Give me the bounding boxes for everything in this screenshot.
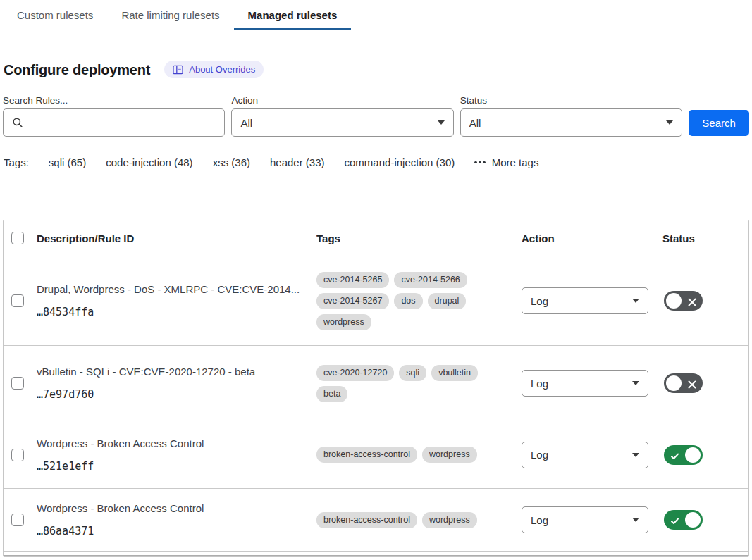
rule-description: Wordpress - Broken Access Control [37,502,305,514]
tag-chip: cve-2014-5267 [316,293,389,309]
table-row: Wordpress - Broken Access Control …521e1… [4,421,748,489]
tag-chip: drupal [428,293,467,309]
row-checkbox[interactable] [11,377,24,390]
rule-action-select[interactable]: Log [522,506,648,533]
rule-action-value: Log [531,449,548,461]
toggle-knob [666,375,682,391]
check-icon [670,451,679,463]
tag-chip: beta [316,386,347,402]
search-button[interactable]: Search [689,110,749,136]
tab-custom-rulesets[interactable]: Custom rulesets [3,0,107,30]
tag-filter-xss[interactable]: xss (36) [213,156,250,168]
rule-action-value: Log [531,514,548,526]
tag-chip: broken-access-control [316,447,417,463]
tag-chip: broken-access-control [316,512,417,528]
rule-action-select[interactable]: Log [522,370,648,397]
tag-filter-command-injection[interactable]: command-injection (30) [345,156,455,168]
status-filter-select[interactable]: All [460,108,682,137]
toggle-knob [685,512,701,528]
column-header-status: Status [662,232,748,244]
status-filter-label: Status [460,95,682,106]
tag-chip: dos [394,293,422,309]
search-rules-label: Search Rules... [3,95,225,106]
rule-id: …86aa4371 [37,525,305,537]
tag-chip: wordpress [422,512,477,528]
chevron-down-icon [632,381,639,385]
tag-chip: cve-2020-12720 [316,365,394,381]
tag-chip: wordpress [316,314,371,330]
chevron-down-icon [632,518,639,522]
search-rules-input[interactable] [30,117,216,129]
about-overrides-link[interactable]: About Overrides [164,61,264,78]
tag-chip: cve-2014-5266 [394,272,467,288]
more-tags-label: More tags [492,156,539,168]
tag-filter-code-injection[interactable]: code-injection (48) [106,156,192,168]
table-row: Wordpress - Broken Access Control …86aa4… [4,489,748,552]
column-header-tags: Tags [316,232,522,244]
chevron-down-icon [632,299,639,303]
row-checkbox[interactable] [11,449,24,461]
tab-managed-rulesets[interactable]: Managed rulesets [234,0,352,30]
tag-filter-header[interactable]: header (33) [270,156,325,168]
search-rules-inputbox [3,108,225,137]
tag-chip: cve-2014-5265 [316,272,389,288]
ruleset-tabs: Custom rulesets Rate limiting rulesets M… [0,0,752,30]
row-checkbox[interactable] [11,294,24,307]
rule-description: vBulletin - SQLi - CVE:CVE-2020-12720 - … [37,366,305,378]
rule-status-toggle[interactable] [664,291,703,311]
rule-id: …7e97d760 [37,388,305,401]
rule-action-select[interactable]: Log [522,287,648,314]
page-title: Configure deployment [4,61,150,78]
x-icon [688,379,696,392]
rule-action-value: Log [531,295,548,307]
tag-chip: wordpress [422,447,477,463]
rule-tags: broken-access-control wordpress [316,447,518,463]
table-footer-divider [4,555,748,556]
toggle-knob [685,447,701,463]
table-header-row: Description/Rule ID Tags Action Status [4,220,748,256]
x-icon [688,297,696,309]
rule-action-select[interactable]: Log [522,442,648,468]
rule-description: Wordpress - Broken Access Control [37,437,305,449]
ellipsis-icon [474,161,486,164]
check-icon [670,516,679,528]
table-row: Drupal, Wordpress - DoS - XMLRPC - CVE:C… [4,256,748,346]
tags-bar: Tags: sqli (65) code-injection (48) xss … [4,156,749,168]
rule-id: …521e1eff [37,460,305,473]
rule-status-toggle[interactable] [664,373,703,393]
rule-tags: cve-2020-12720 sqli vbulletin beta [316,365,518,402]
rule-action-value: Log [531,378,548,390]
book-icon [173,65,183,75]
rule-status-toggle[interactable] [664,510,703,530]
action-filter-label: Action [231,95,453,106]
status-filter-value: All [469,117,481,129]
heading-row: Configure deployment About Overrides [4,61,749,78]
rule-id: …84534ffa [37,306,305,318]
table-row: vBulletin - SQLi - CVE:CVE-2020-12720 - … [4,346,748,421]
rule-status-toggle[interactable] [664,445,703,465]
row-checkbox[interactable] [11,514,24,526]
filters-row: Search Rules... Action All Status [3,95,749,137]
rule-tags: cve-2014-5265 cve-2014-5266 cve-2014-526… [316,272,518,330]
tag-chip: vbulletin [431,365,478,381]
chevron-down-icon [438,120,445,125]
chevron-down-icon [632,453,639,457]
toggle-knob [666,293,682,309]
select-all-checkbox[interactable] [11,232,24,244]
search-icon [12,117,23,128]
tab-rate-limiting-rulesets[interactable]: Rate limiting rulesets [107,0,233,30]
column-header-action: Action [522,232,662,244]
about-overrides-label: About Overrides [189,64,255,75]
column-header-description: Description/Rule ID [37,232,316,244]
rule-tags: broken-access-control wordpress [316,512,518,528]
more-tags-button[interactable]: More tags [474,156,538,168]
tag-chip: sqli [399,365,426,381]
tag-filter-sqli[interactable]: sqli (65) [49,156,86,168]
rule-description: Drupal, Wordpress - DoS - XMLRPC - CVE:C… [37,283,305,295]
action-filter-value: All [240,117,252,129]
action-filter-select[interactable]: All [231,108,453,137]
managed-rules-table: Description/Rule ID Tags Action Status D… [3,220,749,557]
tags-label: Tags: [4,156,29,168]
chevron-down-icon [666,120,673,125]
